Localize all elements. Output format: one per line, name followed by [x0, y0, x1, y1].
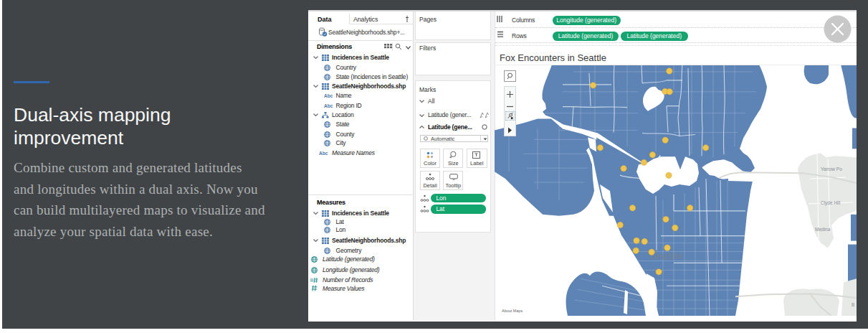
svg-text:About Maps: About Maps [502, 309, 523, 313]
svg-text:B: B [852, 302, 854, 307]
svg-text:Clyde Hill: Clyde Hill [821, 200, 840, 206]
svg-text:Medina: Medina [815, 227, 831, 232]
svg-text:Yarrow Po: Yarrow Po [821, 166, 842, 172]
